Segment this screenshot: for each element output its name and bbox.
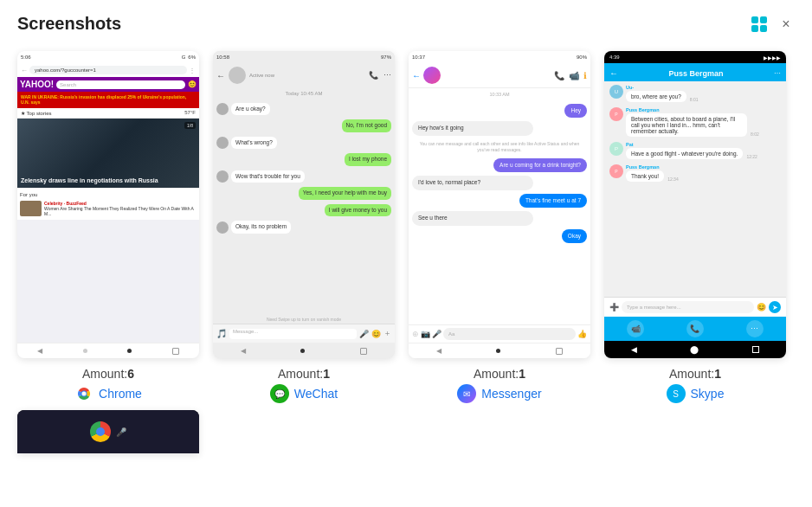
- skype-messages: U Uu- bro, where are you? 8:01 P: [604, 81, 786, 297]
- skype-avatar-2: P: [609, 107, 623, 121]
- skype-more-icon[interactable]: ⋯: [746, 320, 764, 337]
- wechat-msg-3: What's wrong?: [216, 137, 391, 149]
- msng-msg-1: Hey: [564, 104, 587, 118]
- messenger-contact-avatar: [423, 67, 441, 84]
- news-headline: Zelensky draws line in negotiations with…: [21, 176, 158, 184]
- yahoo-search: Search: [56, 80, 185, 89]
- wechat-timestamp: Today 10:45 AM: [213, 87, 395, 99]
- wechat-avatar-left: [216, 103, 229, 115]
- screenshot-partial-bottom[interactable]: 🎤: [17, 410, 199, 453]
- skype-back-button[interactable]: ←: [609, 68, 618, 78]
- chrome-app-icon: [74, 384, 93, 403]
- close-button[interactable]: ×: [777, 16, 795, 33]
- screenshot-card-chrome: 5:06 G 6% ← yahoo.com/?guccounter=1 ⋮: [17, 51, 199, 403]
- ukraine-banner: WAR IN UKRAINE: Russia's invasion has di…: [17, 92, 199, 108]
- messenger-amount: Amount:1: [474, 367, 525, 381]
- yahoo-header: YAHOO! Search 😊: [17, 77, 199, 92]
- wechat-contact-avatar: [229, 67, 246, 84]
- skype-amount: Amount:1: [669, 367, 721, 381]
- chrome-app-name: Chrome: [99, 387, 142, 401]
- wechat-status-bar: 10:58 97%: [213, 51, 395, 63]
- wechat-message-input[interactable]: Message...: [229, 329, 357, 339]
- svg-point-2: [82, 392, 87, 396]
- chrome-url-bar: ← yahoo.com/?guccounter=1 ⋮: [17, 63, 199, 77]
- msng-msg-5: That's fine meet u at 7: [519, 194, 587, 208]
- screenshot-thumb-wechat[interactable]: 10:58 97% ← Active now 📞 ⋯ Today 10:45 A: [213, 51, 395, 358]
- skype-msg-1: U Uu- bro, where are you? 8:01: [609, 85, 781, 102]
- messenger-notice: You can now message and call each other …: [412, 139, 587, 155]
- skype-app-name: Skype: [691, 387, 725, 401]
- wechat-msg-1: Are u okay?: [216, 103, 391, 115]
- partial-chrome-icon: [90, 421, 111, 442]
- skype-avatar-4: P: [609, 164, 623, 178]
- chrome-nav-bottom: ◀: [17, 343, 199, 358]
- partial-chrome-inner: [96, 427, 105, 436]
- chrome-app-row: Chrome: [74, 384, 142, 403]
- wechat-msg-4: I lost my phone: [216, 153, 391, 165]
- messenger-input-bar: ⊕ 📷 🎤 Aa 👍: [409, 324, 590, 343]
- wechat-app-name: WeChat: [294, 387, 338, 401]
- wechat-msg-2: No, I'm not good: [216, 119, 391, 132]
- bottom-partial-row: 🎤: [17, 410, 795, 453]
- wechat-msg-7: I will give money to you: [216, 204, 391, 216]
- messenger-status-bar: 10:37 90%: [409, 51, 590, 63]
- skype-msg-3: P Pat Have a good flight - whatever you'…: [609, 142, 781, 159]
- messenger-input[interactable]: Aa: [443, 328, 576, 340]
- messenger-timestamp: 10:33 AM: [409, 88, 590, 100]
- partial-inner: 🎤: [17, 410, 199, 453]
- wechat-hint: Need Swipe up to turn on vanish mode: [213, 315, 395, 324]
- news-image: 1/8 Zelensky draws line in negotiations …: [17, 119, 199, 188]
- messenger-header: ← 📞 📹 ℹ: [409, 63, 590, 88]
- screenshots-grid: 5:06 G 6% ← yahoo.com/?guccounter=1 ⋮: [17, 51, 795, 403]
- yahoo-logo: YAHOO!: [20, 80, 54, 89]
- page-header: Screenshots ×: [17, 14, 795, 34]
- wechat-input-bar: 🎵 Message... 🎤 😊 ＋: [213, 324, 395, 343]
- skype-message-input[interactable]: Type a message here...: [622, 301, 754, 313]
- wechat-amount: Amount:1: [278, 367, 330, 381]
- wechat-msg-5: Wow that's trouble for you: [216, 170, 391, 183]
- skype-send-button[interactable]: ➤: [769, 301, 781, 313]
- wechat-app-row: 💬 WeChat: [270, 384, 338, 403]
- skype-status-bar: 4:39 ▶▶▶▶: [604, 51, 786, 63]
- chrome-url-input: yahoo.com/?guccounter=1: [29, 66, 187, 74]
- skype-input-area: ➕ Type a message here... 😊 ➤: [604, 297, 786, 317]
- screenshot-thumb-messenger[interactable]: 10:37 90% ← 📞 📹 ℹ 10:33 AM: [409, 51, 590, 358]
- for-you-section: For you Celebrity · BuzzFeed Women Are S…: [17, 188, 199, 220]
- top-stories-bar: ★ Top stories 57°F: [17, 108, 199, 119]
- msng-msg-2: Hey how's it going: [412, 121, 587, 135]
- wechat-status-text: Active now: [249, 73, 274, 78]
- skype-app-row: S Skype: [667, 384, 725, 403]
- skype-call-bar: 📹 📞 ⋯: [604, 317, 786, 341]
- page-title: Screenshots: [17, 14, 121, 34]
- msng-msg-6: See u there: [412, 211, 587, 225]
- wechat-msg-6: Yes, I need your help with me buy: [216, 187, 391, 199]
- skype-header: ← Puss Bergman ⋯: [604, 63, 786, 81]
- skype-msg-4: P Puss Bergman Thank you! 12:34: [609, 164, 781, 182]
- skype-phone-icon[interactable]: 📞: [686, 320, 704, 337]
- messenger-app-name: Messenger: [481, 387, 541, 401]
- screenshot-card-skype: 4:39 ▶▶▶▶ ← Puss Bergman ⋯ U Uu-: [604, 51, 786, 403]
- messenger-nav-bottom: ◀: [409, 343, 590, 358]
- skype-app-icon: S: [667, 384, 686, 403]
- skype-msg-2: P Puss Bergman Between cities, about to …: [609, 107, 781, 137]
- chrome-amount: Amount:6: [82, 367, 134, 381]
- screenshot-card-messenger: 10:37 90% ← 📞 📹 ℹ 10:33 AM: [409, 51, 590, 403]
- wechat-nav-bottom: ◀: [213, 343, 395, 358]
- skype-video-icon[interactable]: 📹: [627, 320, 644, 337]
- partial-mic-icon: 🎤: [116, 427, 126, 437]
- skype-avatar-1: U: [609, 85, 623, 99]
- msng-msg-4: I'd love to, normal place?: [412, 176, 587, 189]
- skype-contact-name: Puss Bergman: [622, 69, 770, 78]
- messenger-messages: Hey Hey how's it going You can now messa…: [409, 100, 590, 324]
- chrome-status-bar: 5:06 G 6%: [17, 51, 199, 63]
- messenger-app-row: ✉ Messenger: [457, 384, 541, 403]
- msng-msg-7: Okay: [562, 229, 587, 243]
- msng-msg-3: Are u coming for a drink tonight?: [493, 158, 587, 172]
- screenshot-thumb-chrome[interactable]: 5:06 G 6% ← yahoo.com/?guccounter=1 ⋮: [17, 51, 199, 358]
- wechat-messages: Are u okay? No, I'm not good What's wron…: [213, 99, 395, 315]
- screenshot-thumb-skype[interactable]: 4:39 ▶▶▶▶ ← Puss Bergman ⋯ U Uu-: [604, 51, 786, 358]
- screenshot-card-wechat: 10:58 97% ← Active now 📞 ⋯ Today 10:45 A: [213, 51, 395, 403]
- messenger-icons: 📞 📹 ℹ: [554, 71, 587, 80]
- grid-view-icon[interactable]: [751, 16, 767, 32]
- header-actions: ×: [751, 16, 795, 33]
